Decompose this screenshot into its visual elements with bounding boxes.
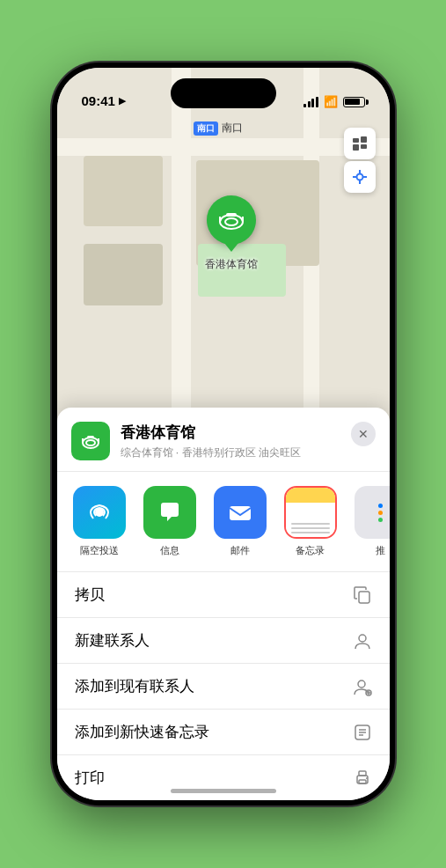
close-button[interactable]: ✕ xyxy=(351,422,376,446)
share-item-mail[interactable]: 邮件 xyxy=(208,486,272,557)
svg-rect-3 xyxy=(361,144,367,149)
status-icons: 📶 xyxy=(303,95,365,108)
message-label: 信息 xyxy=(160,544,179,557)
copy-icon xyxy=(353,585,372,605)
pin-circle xyxy=(207,195,256,245)
svg-rect-21 xyxy=(359,592,369,603)
mail-icon xyxy=(214,486,267,539)
south-entrance-label: 南口 南口 xyxy=(194,121,243,136)
location-desc: 综合体育馆 · 香港特别行政区 油尖旺区 xyxy=(121,445,376,460)
svg-rect-33 xyxy=(359,780,366,783)
notes-icon xyxy=(284,486,337,539)
svg-point-15 xyxy=(86,440,95,445)
svg-point-9 xyxy=(220,215,243,229)
map-controls xyxy=(344,128,376,193)
add-existing-label: 添加到现有联系人 xyxy=(75,676,194,696)
add-notes-label: 添加到新快速备忘录 xyxy=(75,722,209,742)
svg-rect-2 xyxy=(353,144,359,151)
share-item-more[interactable]: 推 xyxy=(349,486,390,557)
svg-point-10 xyxy=(225,218,238,225)
svg-point-34 xyxy=(366,777,368,779)
status-bar: 09:41 ▶ 📶 xyxy=(57,68,390,115)
venue-icon xyxy=(71,422,110,460)
phone-screen: 09:41 ▶ 📶 xyxy=(57,68,390,800)
home-indicator xyxy=(171,789,276,793)
entrance-text: 南口 xyxy=(222,121,243,136)
svg-rect-11 xyxy=(226,213,237,217)
wifi-icon: 📶 xyxy=(324,95,338,108)
mail-label: 邮件 xyxy=(230,544,250,557)
svg-point-22 xyxy=(359,635,366,642)
svg-rect-0 xyxy=(353,138,359,143)
add-existing-icon xyxy=(353,677,372,696)
action-print[interactable]: 打印 xyxy=(57,755,390,800)
print-label: 打印 xyxy=(75,768,105,788)
location-button[interactable] xyxy=(344,161,376,193)
airdrop-label: 隔空投送 xyxy=(80,544,119,557)
location-name: 香港体育馆 xyxy=(121,423,376,443)
map-type-button[interactable] xyxy=(344,128,376,159)
svg-rect-32 xyxy=(359,771,366,776)
pin-label: 香港体育馆 xyxy=(205,257,258,272)
copy-label: 拷贝 xyxy=(75,585,105,605)
location-info: 香港体育馆 综合体育馆 · 香港特别行政区 油尖旺区 xyxy=(121,423,376,460)
map-area: 南口 南口 xyxy=(57,68,390,438)
message-icon xyxy=(143,486,196,539)
svg-point-14 xyxy=(83,438,99,448)
new-contact-label: 新建联系人 xyxy=(75,630,150,651)
share-row: 隔空投送 信息 xyxy=(57,472,390,572)
print-icon xyxy=(353,769,372,788)
svg-rect-1 xyxy=(361,136,367,143)
action-copy[interactable]: 拷贝 xyxy=(57,572,390,618)
svg-rect-20 xyxy=(230,506,251,520)
share-item-notes[interactable]: 备忘录 xyxy=(279,486,342,557)
svg-point-4 xyxy=(356,174,362,180)
entrance-tag: 南口 xyxy=(194,121,218,136)
action-add-notes[interactable]: 添加到新快速备忘录 xyxy=(57,710,390,755)
new-contact-icon xyxy=(353,631,372,651)
airdrop-icon xyxy=(73,486,126,539)
svg-point-23 xyxy=(358,680,365,688)
more-label: 推 xyxy=(376,544,385,557)
notes-label: 备忘录 xyxy=(296,544,325,557)
stadium-pin[interactable]: 香港体育馆 xyxy=(205,195,258,272)
action-add-existing[interactable]: 添加到现有联系人 xyxy=(57,664,390,710)
add-notes-icon xyxy=(353,723,372,742)
status-time: 09:41 xyxy=(82,93,115,108)
action-list: 拷贝 新建联系人 添加到现有联系人 xyxy=(57,572,390,800)
phone-frame: 09:41 ▶ 📶 xyxy=(52,63,395,805)
battery-icon xyxy=(343,97,365,107)
share-item-airdrop[interactable]: 隔空投送 xyxy=(68,486,131,557)
more-icon xyxy=(355,486,390,539)
action-new-contact[interactable]: 新建联系人 xyxy=(57,618,390,664)
bottom-sheet: 香港体育馆 综合体育馆 · 香港特别行政区 油尖旺区 ✕ xyxy=(57,408,390,800)
signal-bars xyxy=(303,97,318,107)
location-arrow-icon: ▶ xyxy=(119,95,126,107)
svg-rect-16 xyxy=(87,436,94,438)
share-item-message[interactable]: 信息 xyxy=(138,486,201,557)
location-header: 香港体育馆 综合体育馆 · 香港特别行政区 油尖旺区 ✕ xyxy=(57,408,390,472)
